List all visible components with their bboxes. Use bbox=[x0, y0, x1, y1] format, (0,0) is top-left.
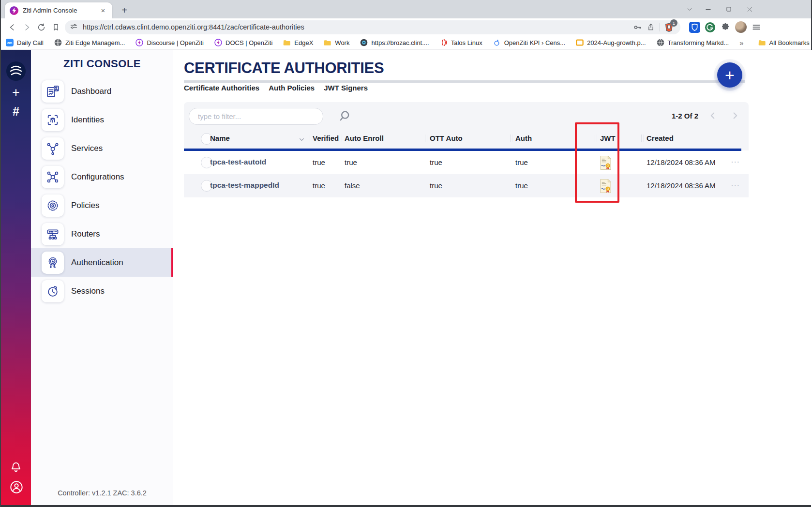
notifications-bell-icon[interactable] bbox=[10, 461, 22, 474]
share-icon[interactable] bbox=[644, 20, 658, 34]
pagination-next-icon[interactable] bbox=[730, 110, 741, 122]
close-window-button[interactable] bbox=[741, 2, 758, 16]
bookmark-transforming-markd[interactable]: Transforming Markd... bbox=[657, 39, 729, 46]
bookmark-discourse-openziti[interactable]: Discourse | OpenZiti bbox=[135, 39, 204, 46]
column-header-auto-enroll[interactable]: Auto Enroll bbox=[345, 134, 384, 142]
folder-icon bbox=[283, 39, 291, 46]
bookmark-talos-linux[interactable]: Talos Linux bbox=[440, 39, 482, 46]
reload-button[interactable] bbox=[34, 20, 48, 34]
bitwarden-extension-icon[interactable] bbox=[687, 20, 702, 34]
forward-button[interactable] bbox=[19, 20, 34, 34]
bookmark-brozac[interactable]: https://brozac.clint.... bbox=[360, 39, 429, 46]
ott-auto-value: true bbox=[430, 158, 442, 166]
sidebar-item-policies[interactable]: Policies bbox=[31, 191, 173, 220]
grammarly-extension-icon[interactable] bbox=[703, 20, 717, 34]
rail-hash-button[interactable]: # bbox=[1, 104, 31, 119]
openziti-bolt-icon bbox=[214, 39, 222, 46]
fingerprint-icon bbox=[42, 109, 64, 131]
auto-enroll-value: false bbox=[345, 181, 360, 190]
add-certificate-authority-button[interactable]: + bbox=[717, 62, 742, 88]
url-text[interactable]: https://ctrl.cdaws.clint.demo.openziti.o… bbox=[83, 23, 631, 31]
sidebar-menu: Dashboard Identities Services Configurat… bbox=[31, 77, 173, 305]
site-icon bbox=[360, 39, 368, 46]
column-header-ott-auto[interactable]: OTT Auto bbox=[430, 134, 463, 142]
jwt-certificate-icon[interactable] bbox=[599, 155, 612, 170]
bookmark-ziti-edge[interactable]: Ziti Edge Managem... bbox=[54, 39, 125, 46]
window-bottom-border bbox=[1, 505, 811, 507]
sidebar-item-services[interactable]: Services bbox=[31, 134, 173, 163]
jwt-certificate-icon[interactable] bbox=[599, 179, 612, 194]
doc-icon bbox=[576, 39, 584, 46]
bookmark-daily-call[interactable]: zm Daily Call bbox=[6, 39, 44, 46]
all-bookmarks-button[interactable]: All Bookmarks bbox=[758, 39, 810, 46]
sidebar-item-configurations[interactable]: Configurations bbox=[31, 163, 173, 191]
column-header-name[interactable]: Name bbox=[210, 134, 230, 142]
table-row[interactable]: tpca-test-mappedId true false true true … bbox=[184, 174, 749, 197]
bookmark-folder-edgex[interactable]: EdgeX bbox=[283, 39, 313, 46]
auto-enroll-value: true bbox=[345, 158, 357, 166]
new-tab-button[interactable]: + bbox=[118, 4, 131, 16]
rail-add-button[interactable]: + bbox=[1, 85, 31, 100]
created-value: 12/18/2024 08:36 AM bbox=[647, 181, 716, 190]
row-menu-button[interactable]: ⋯ bbox=[731, 156, 740, 167]
minimize-button[interactable] bbox=[700, 2, 716, 16]
auth-value: true bbox=[515, 181, 528, 190]
ca-name[interactable]: tpca-test-mappedId bbox=[210, 181, 279, 190]
app-sidebar: ZITI CONSOLE Dashboard Identities Servic… bbox=[31, 50, 173, 507]
tab-jwt-signers[interactable]: JWT Signers bbox=[324, 84, 368, 92]
sessions-clock-icon bbox=[42, 280, 64, 302]
profile-avatar[interactable] bbox=[734, 20, 748, 34]
account-profile-icon[interactable] bbox=[10, 480, 22, 493]
maximize-button[interactable] bbox=[721, 2, 737, 16]
title-rule bbox=[184, 80, 745, 83]
tab-close-icon[interactable]: × bbox=[99, 6, 107, 15]
folder-icon bbox=[758, 39, 766, 46]
sidebar-item-sessions[interactable]: Sessions bbox=[31, 277, 173, 305]
tab-certificate-authorities[interactable]: Certificate Authorities bbox=[184, 84, 259, 92]
column-header-auth[interactable]: Auth bbox=[515, 134, 532, 142]
row-menu-button[interactable]: ⋯ bbox=[731, 179, 740, 191]
browser-window: Ziti Admin Console × + bbox=[0, 0, 812, 507]
ott-auto-value: true bbox=[430, 181, 442, 190]
bookmark-openziti-kpi[interactable]: OpenZiti KPI › Cens... bbox=[493, 39, 565, 46]
ziti-favicon-icon bbox=[10, 6, 18, 15]
sidebar-item-routers[interactable]: Routers bbox=[31, 220, 173, 248]
back-button[interactable] bbox=[5, 20, 19, 34]
pagination-prev-icon[interactable] bbox=[707, 110, 719, 122]
menu-hamburger-icon[interactable] bbox=[749, 20, 764, 34]
url-bar[interactable]: https://ctrl.cdaws.clint.demo.openziti.o… bbox=[65, 20, 680, 34]
sidebar-item-identities[interactable]: Identities bbox=[31, 105, 173, 134]
column-header-created[interactable]: Created bbox=[647, 134, 674, 142]
bookmarks-overflow-chevron[interactable]: » bbox=[739, 39, 743, 47]
verified-value: true bbox=[313, 181, 325, 190]
column-header-verified[interactable]: Verified bbox=[313, 134, 339, 142]
table-row[interactable]: tpca-test-autoId true true true true 12/… bbox=[184, 151, 749, 174]
bookmark-2024-aug-growth[interactable]: 2024-Aug-growth.p... bbox=[576, 39, 646, 46]
site-settings-icon[interactable] bbox=[70, 22, 78, 32]
filter-input[interactable] bbox=[189, 108, 323, 125]
globe-icon bbox=[54, 39, 62, 46]
extensions-puzzle-icon[interactable] bbox=[718, 20, 733, 34]
openziti-bolt-icon bbox=[135, 39, 143, 46]
search-icon[interactable] bbox=[338, 109, 351, 123]
sidebar-item-dashboard[interactable]: Dashboard bbox=[31, 77, 173, 105]
kpi-icon bbox=[493, 39, 501, 46]
bookmark-docs-openziti[interactable]: DOCS | OpenZiti bbox=[214, 39, 272, 46]
ca-name[interactable]: tpca-test-autoId bbox=[210, 158, 266, 166]
column-header-jwt[interactable]: JWT bbox=[600, 134, 616, 142]
tab-search-chevron-icon[interactable] bbox=[681, 2, 698, 16]
bookmark-flag-icon[interactable] bbox=[48, 20, 63, 34]
verified-value: true bbox=[313, 158, 325, 166]
browser-tab[interactable]: Ziti Admin Console × bbox=[5, 2, 112, 18]
tab-bar: Ziti Admin Console × + bbox=[1, 0, 811, 18]
browser-toolbar: https://ctrl.cdaws.clint.demo.openziti.o… bbox=[1, 18, 811, 36]
openziti-logo[interactable] bbox=[6, 61, 26, 81]
sidebar-item-authentication[interactable]: Authentication bbox=[31, 248, 173, 277]
sort-chevron-icon[interactable] bbox=[298, 136, 305, 143]
bookmark-folder-work[interactable]: Work bbox=[324, 39, 349, 46]
brave-shield-icon[interactable]: 1 bbox=[662, 20, 676, 34]
created-value: 12/18/2024 08:36 AM bbox=[647, 158, 716, 166]
configurations-icon bbox=[42, 166, 64, 188]
password-key-icon[interactable] bbox=[631, 20, 644, 34]
tab-auth-policies[interactable]: Auth Policies bbox=[269, 84, 315, 92]
